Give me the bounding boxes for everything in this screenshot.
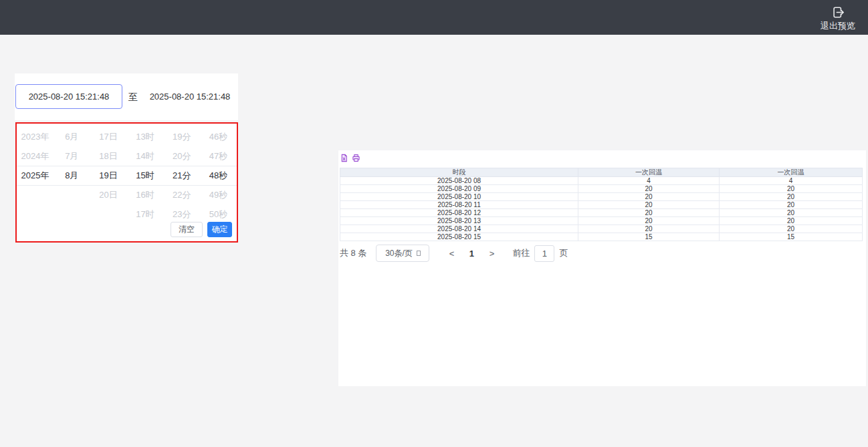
second-option[interactable]: 49秒: [200, 185, 237, 204]
page-size-select[interactable]: 30条/页: [376, 245, 429, 262]
dropdown-caret-icon: [417, 251, 421, 256]
clear-button[interactable]: 清空: [171, 222, 203, 237]
cell-period: 2025-08-20 09: [340, 185, 578, 193]
table-row[interactable]: 2025-08-20 09 20 20: [340, 185, 863, 193]
report-panel: 时段 一次回温 一次回温 2025-08-20 08 4 4 2025-08-2…: [338, 150, 866, 386]
picker-column-minute: 19分 20分 21分 22分 23分: [163, 127, 200, 224]
table-toolbar: [340, 154, 360, 162]
month-option[interactable]: 7月: [53, 146, 90, 166]
cell-period: 2025-08-20 11: [340, 201, 578, 209]
logout-icon: [831, 5, 845, 19]
second-option-selected[interactable]: 48秒: [200, 166, 237, 185]
year-option[interactable]: 2023年: [17, 127, 53, 146]
datetime-range-panel: 至 2025-08-20 15:21:48: [15, 73, 238, 120]
cell-value: 20: [719, 217, 862, 225]
minute-option-selected[interactable]: 21分: [163, 166, 200, 185]
col-header-period[interactable]: 时段: [340, 168, 578, 177]
goto-page-label: 前往: [512, 247, 530, 259]
month-option-selected[interactable]: 8月: [53, 166, 90, 185]
hour-option[interactable]: 17时: [126, 204, 163, 224]
pagination: 共 8 条 30条/页 < 1 > 前往 页: [340, 244, 568, 263]
picker-column-year: 2023年 2024年 2025年: [17, 127, 53, 224]
cell-period: 2025-08-20 15: [340, 233, 578, 241]
cell-value: 20: [578, 209, 720, 217]
next-page-button[interactable]: >: [481, 249, 502, 259]
cell-value: 20: [578, 193, 720, 201]
table-row[interactable]: 2025-08-20 12 20 20: [340, 209, 863, 217]
cell-value: 4: [719, 177, 862, 185]
second-option[interactable]: 47秒: [200, 146, 237, 166]
minute-option[interactable]: 19分: [163, 127, 200, 146]
datetime-picker-dropdown: 2023年 2024年 2025年 6月 7月 8月 17日 18日 19日 2…: [15, 122, 238, 243]
exit-preview-button[interactable]: 退出预览: [813, 3, 863, 33]
table-row[interactable]: 2025-08-20 15 15 15: [340, 233, 863, 241]
picker-column-month: 6月 7月 8月: [53, 127, 90, 224]
cell-period: 2025-08-20 10: [340, 193, 578, 201]
year-option-selected[interactable]: 2025年: [17, 166, 53, 185]
cell-period: 2025-08-20 14: [340, 225, 578, 233]
goto-page-input[interactable]: [534, 245, 554, 262]
table-row[interactable]: 2025-08-20 11 20 20: [340, 201, 863, 209]
hour-option[interactable]: 14时: [126, 146, 163, 166]
year-option[interactable]: 2024年: [17, 146, 53, 166]
cell-value: 20: [719, 201, 862, 209]
cell-value: 15: [719, 233, 862, 241]
table-header-row: 时段 一次回温 一次回温: [340, 168, 863, 177]
cell-period: 2025-08-20 13: [340, 217, 578, 225]
picker-footer: 清空 确定: [171, 222, 232, 237]
minute-option[interactable]: 22分: [163, 185, 200, 204]
page-unit-label: 页: [559, 247, 568, 259]
col-header-return-temp-2[interactable]: 一次回温: [719, 168, 862, 177]
minute-option[interactable]: 20分: [163, 146, 200, 166]
table-row[interactable]: 2025-08-20 13 20 20: [340, 217, 863, 225]
current-page-number[interactable]: 1: [461, 249, 481, 259]
second-option[interactable]: 46秒: [200, 127, 237, 146]
page-size-value: 30条/页: [385, 248, 413, 259]
table-row[interactable]: 2025-08-20 10 20 20: [340, 193, 863, 201]
prev-page-button[interactable]: <: [441, 249, 461, 259]
picker-columns: 2023年 2024年 2025年 6月 7月 8月 17日 18日 19日 2…: [17, 127, 237, 224]
end-datetime-input[interactable]: 2025-08-20 15:21:48: [143, 73, 237, 120]
table-row[interactable]: 2025-08-20 08 4 4: [340, 177, 863, 185]
day-option[interactable]: [90, 204, 127, 224]
minute-option[interactable]: 23分: [163, 204, 200, 224]
exit-preview-label: 退出预览: [821, 21, 855, 31]
print-icon[interactable]: [352, 154, 360, 162]
top-bar: 退出预览: [0, 0, 868, 35]
cell-value: 20: [578, 217, 720, 225]
month-option[interactable]: [53, 204, 90, 224]
excel-export-icon[interactable]: [340, 154, 348, 162]
table-row[interactable]: 2025-08-20 14 20 20: [340, 225, 863, 233]
cell-period: 2025-08-20 08: [340, 177, 578, 185]
picker-column-second: 46秒 47秒 48秒 49秒 50秒: [200, 127, 237, 224]
start-datetime-input[interactable]: [15, 84, 122, 109]
cell-value: 20: [578, 225, 720, 233]
year-option[interactable]: [17, 204, 53, 224]
col-header-return-temp-1[interactable]: 一次回温: [578, 168, 720, 177]
total-count-label: 共 8 条: [340, 247, 366, 259]
day-option[interactable]: 18日: [90, 146, 127, 166]
day-option[interactable]: 20日: [90, 185, 127, 204]
cell-value: 20: [719, 185, 862, 193]
day-option-selected[interactable]: 19日: [90, 166, 127, 185]
cell-value: 15: [578, 233, 720, 241]
cell-value: 20: [578, 201, 720, 209]
day-option[interactable]: 17日: [90, 127, 127, 146]
cell-value: 20: [719, 209, 862, 217]
hour-option[interactable]: 16时: [126, 185, 163, 204]
picker-column-day: 17日 18日 19日 20日: [90, 127, 127, 224]
cell-value: 4: [578, 177, 720, 185]
hour-option-selected[interactable]: 15时: [126, 166, 163, 185]
report-table: 时段 一次回温 一次回温 2025-08-20 08 4 4 2025-08-2…: [340, 168, 863, 241]
month-option[interactable]: [53, 185, 90, 204]
confirm-button[interactable]: 确定: [207, 222, 232, 237]
page: 退出预览 至 2025-08-20 15:21:48 2023年 2024年 2…: [0, 0, 868, 447]
cell-value: 20: [719, 225, 862, 233]
hour-option[interactable]: 13时: [126, 127, 163, 146]
second-option[interactable]: 50秒: [200, 204, 237, 224]
year-option[interactable]: [17, 185, 53, 204]
cell-value: 20: [719, 193, 862, 201]
cell-period: 2025-08-20 12: [340, 209, 578, 217]
month-option[interactable]: 6月: [53, 127, 90, 146]
cell-value: 20: [578, 185, 720, 193]
